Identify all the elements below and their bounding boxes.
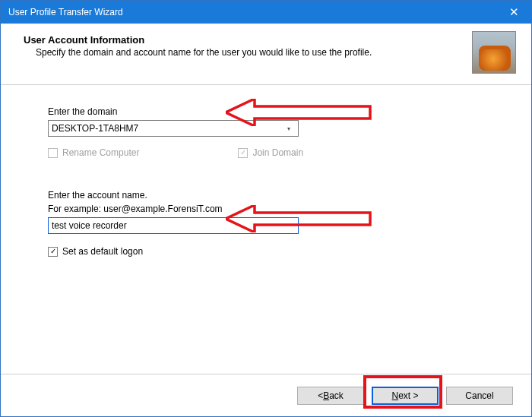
domain-section: Enter the domain DESKTOP-1TA8HM7 ▾ Renam… <box>48 106 508 158</box>
window-title: User Profile Transfer Wizard <box>8 7 123 17</box>
next-button[interactable]: Next > <box>372 387 439 405</box>
join-domain-label: Join Domain <box>252 147 303 158</box>
default-logon-label: Set as default logon <box>62 246 143 257</box>
account-label-1: Enter the account name. <box>48 190 508 201</box>
wizard-window: User Profile Transfer Wizard ✕ User Acco… <box>0 0 532 417</box>
account-section: Enter the account name. For example: use… <box>48 190 508 234</box>
chevron-down-icon[interactable]: ▾ <box>283 125 295 132</box>
default-logon-row: ✓ Set as default logon <box>48 246 508 257</box>
rename-computer-label: Rename Computer <box>62 147 139 158</box>
account-label-2: For example: user@example.ForensiT.com <box>48 204 508 214</box>
default-logon-checkbox[interactable]: ✓ Set as default logon <box>48 246 508 257</box>
domain-label: Enter the domain <box>48 106 508 117</box>
client-area: User Account Information Specify the dom… <box>1 24 531 416</box>
domain-value: DESKTOP-1TA8HM7 <box>52 123 283 134</box>
form-area: Enter the domain DESKTOP-1TA8HM7 ▾ Renam… <box>1 85 531 374</box>
account-name-input[interactable] <box>48 217 299 234</box>
header: User Account Information Specify the dom… <box>1 24 531 84</box>
titlebar: User Profile Transfer Wizard ✕ <box>1 1 531 24</box>
page-title: User Account Information <box>24 34 472 46</box>
page-subtitle: Specify the domain and account name for … <box>36 47 401 59</box>
header-image <box>472 31 516 74</box>
domain-combo[interactable]: DESKTOP-1TA8HM7 ▾ <box>48 120 299 137</box>
rename-computer-checkbox: Rename Computer <box>48 147 139 158</box>
checkbox-icon: ✓ <box>238 148 248 158</box>
close-icon[interactable]: ✕ <box>496 1 531 24</box>
join-domain-checkbox: ✓ Join Domain <box>238 147 303 158</box>
cancel-button[interactable]: Cancel <box>446 387 513 405</box>
button-row: < Back Next > Cancel <box>1 374 531 416</box>
back-button[interactable]: < Back <box>297 387 364 405</box>
checkbox-icon <box>48 148 58 158</box>
checkbox-icon: ✓ <box>48 247 58 257</box>
